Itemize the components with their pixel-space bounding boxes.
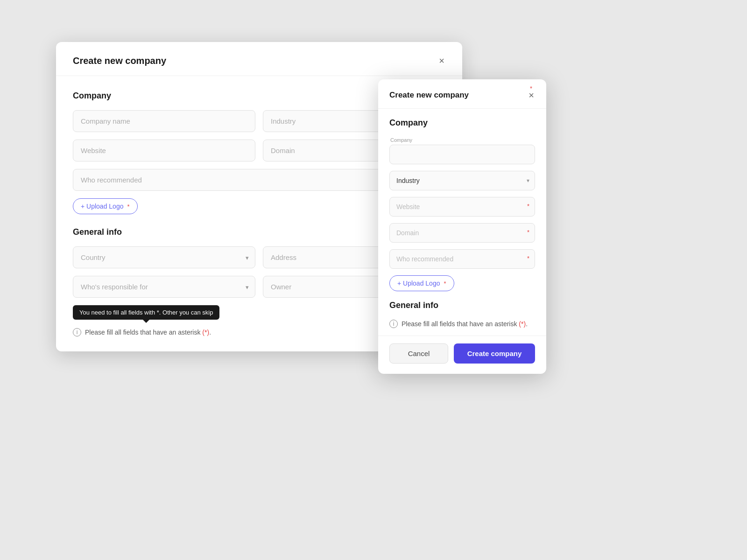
asterisk-indicator-bg: (*) (202, 329, 209, 336)
country-select-bg[interactable]: Country (73, 246, 255, 268)
create-company-button[interactable]: Create company (454, 343, 535, 364)
fg-domain-wrap: * (389, 223, 535, 243)
info-message-fg: i Please fill all fields that have an as… (389, 320, 535, 328)
fg-who-recommended-input[interactable] (389, 249, 535, 269)
info-icon-fg: i (389, 320, 398, 328)
whos-responsible-field-bg: Who's responsible for ▾ (73, 276, 255, 298)
fg-domain-field: * (389, 223, 535, 243)
bg-modal-close-button[interactable]: × (438, 55, 445, 66)
info-icon-bg: i (73, 328, 81, 336)
fg-industry-field: Industry ▾ * (389, 171, 535, 190)
upload-logo-button-bg[interactable]: + Upload Logo * (73, 198, 138, 214)
tooltip-wrap: You need to fill all fields with *. Othe… (73, 305, 219, 320)
bg-modal-title: Create new company (73, 56, 166, 66)
whos-responsible-select-bg[interactable]: Who's responsible for (73, 276, 255, 298)
fg-industry-select[interactable]: Industry (389, 171, 535, 190)
fg-who-recommended-wrap: * (389, 249, 535, 269)
fg-modal-footer: Cancel Create company (378, 336, 546, 374)
website-field-bg (73, 140, 255, 161)
upload-logo-label-bg: + Upload Logo (81, 203, 123, 210)
fg-website-field: * (389, 197, 535, 217)
fg-website-star: * (527, 203, 529, 210)
fg-industry-wrap: Industry ▾ (389, 171, 535, 190)
fg-company-label: Company (389, 137, 535, 143)
fg-company-wrap: UT (389, 145, 535, 164)
fg-who-recommended-star: * (527, 255, 529, 262)
info-text-bg: Please fill all fields that have an aste… (85, 329, 211, 336)
fg-who-recommended-field: * (389, 249, 535, 269)
country-field-bg: Country ▾ (73, 246, 255, 268)
tooltip-box: You need to fill all fields with *. Othe… (73, 305, 219, 320)
fg-modal-title: Create new company (389, 91, 469, 100)
upload-logo-star-fg: * (444, 280, 446, 287)
fg-modal-scroll[interactable]: Company Company UT Industry ▾ * * (378, 109, 546, 336)
fg-domain-star: * (527, 229, 529, 236)
fg-company-input[interactable]: UT (389, 145, 535, 164)
fg-website-input[interactable] (389, 197, 535, 217)
info-text-fg: Please fill all fields that have an aste… (402, 320, 528, 328)
website-input-bg[interactable] (73, 140, 255, 161)
foreground-modal: Create new company × Company Company UT … (378, 79, 546, 374)
upload-logo-label-fg: + Upload Logo (397, 280, 440, 287)
fg-company-field: Company UT (389, 137, 535, 164)
fg-website-wrap: * (389, 197, 535, 217)
cancel-button[interactable]: Cancel (389, 343, 448, 364)
bg-modal-header: Create new company × (56, 42, 462, 76)
fg-modal-header: Create new company × (378, 79, 546, 109)
company-name-field (73, 110, 255, 132)
fg-domain-input[interactable] (389, 223, 535, 243)
upload-logo-button-fg[interactable]: + Upload Logo * (389, 275, 454, 291)
fg-general-info-title: General info (389, 301, 535, 310)
asterisk-indicator-fg: (*) (519, 320, 526, 328)
fg-company-section-title: Company (389, 118, 535, 128)
company-name-input[interactable] (73, 110, 255, 132)
upload-logo-star-bg: * (127, 203, 129, 210)
